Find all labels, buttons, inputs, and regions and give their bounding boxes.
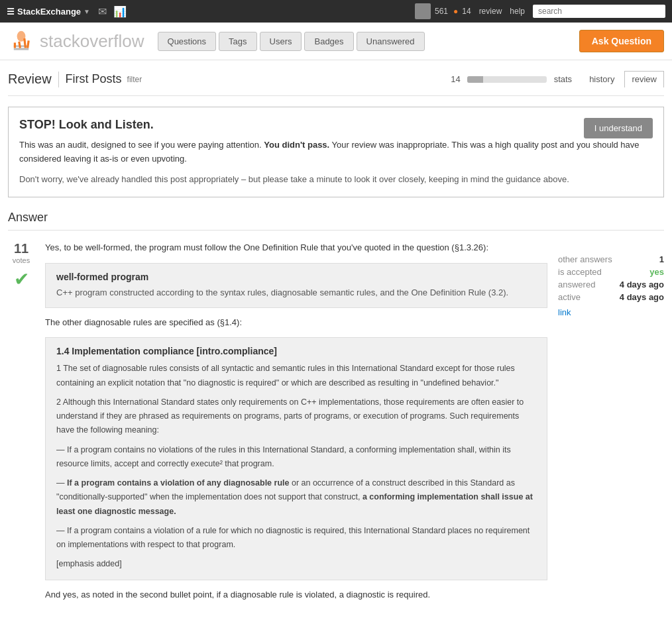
meta-other-answers: other answers 1 [558, 254, 664, 264]
meta-active-label: active [558, 292, 581, 302]
answer-post: 11 votes ✔ Yes, to be well-formed, the p… [8, 241, 547, 609]
inbox-icon[interactable]: ✉ [98, 5, 107, 18]
meta-answered-value: 4 days ago [620, 280, 664, 289]
avatar [415, 3, 431, 19]
audit-main-text: This was an audit, designed to see if yo… [19, 138, 653, 166]
answer-meta: other answers 1 is accepted yes answered… [558, 241, 664, 609]
definition-text: C++ program constructed according to the… [56, 286, 536, 299]
compliance-box: 1.4 Implementation compliance [intro.com… [45, 337, 547, 580]
search-box[interactable] [533, 5, 665, 18]
help-link[interactable]: help [510, 7, 525, 16]
compliance-para-6: [emphasis added] [56, 557, 536, 571]
audit-text-1: This was an audit, designed to see if yo… [19, 140, 262, 150]
definition-box: well-formed program C++ program construc… [45, 263, 547, 308]
meta-answered: answered 4 days ago [558, 280, 664, 289]
progress-bar [467, 76, 547, 83]
nav-questions[interactable]: Questions [158, 32, 217, 51]
compliance-text: 1 The set of diagnosable rules consists … [56, 362, 536, 571]
badge-count: 14 [462, 7, 471, 16]
answer-wrapper: 11 votes ✔ Yes, to be well-formed, the p… [8, 241, 664, 609]
reputation-count: 561 [435, 7, 448, 16]
vote-section: 11 votes ✔ [8, 241, 34, 609]
nav-badges[interactable]: Badges [304, 32, 353, 51]
compliance-para-1: 1 The set of diagnosable rules consists … [56, 362, 536, 390]
tab-stats[interactable]: stats [547, 71, 579, 87]
svg-rect-0 [14, 48, 28, 50]
tab-history[interactable]: history [582, 71, 622, 87]
review-link[interactable]: review [479, 7, 502, 16]
nav-icons: ✉ 📊 [98, 5, 127, 18]
answer-heading: Answer [8, 211, 664, 231]
svg-point-6 [17, 31, 26, 42]
meta-accepted-value: yes [649, 267, 664, 277]
meta-active: active 4 days ago [558, 292, 664, 302]
filter-link[interactable]: filter [127, 75, 142, 84]
review-title: Review [8, 72, 52, 87]
definition-title: well-formed program [56, 272, 536, 282]
review-progress: 14 [451, 74, 546, 84]
meta-accepted-label: is accepted [558, 267, 602, 277]
hamburger-icon: ☰ [7, 7, 15, 17]
compliance-title: 1.4 Implementation compliance [intro.com… [56, 346, 536, 356]
tab-review[interactable]: review [624, 71, 664, 87]
search-input[interactable] [533, 5, 665, 18]
compliance-para-3: — If a program contains no violations of… [56, 443, 536, 472]
review-header: Review First Posts filter 14 stats histo… [8, 71, 664, 96]
logo-text: stackoverflow [40, 31, 144, 52]
answer-intro: Yes, to be well-formed, the program must… [45, 241, 547, 255]
meta-other-answers-value: 1 [659, 254, 664, 264]
ask-question-button[interactable]: Ask Question [579, 30, 664, 52]
svg-line-4 [25, 38, 26, 48]
progress-count: 14 [451, 74, 460, 84]
audit-secondary-text: Don't worry, we've already handled this … [19, 173, 653, 187]
audit-title: STOP! Look and Listen. [19, 118, 653, 132]
nav-unanswered[interactable]: Unanswered [357, 32, 425, 51]
audit-bold-text: You didn't pass. [264, 140, 329, 150]
nav-tags[interactable]: Tags [219, 32, 256, 51]
meta-other-answers-label: other answers [558, 254, 612, 264]
site-logo[interactable]: stackoverflow [8, 28, 144, 54]
understand-button[interactable]: I understand [584, 118, 653, 138]
site-header: stackoverflow Questions Tags Users Badge… [0, 23, 672, 60]
svg-rect-1 [14, 45, 28, 46]
user-info[interactable]: 561 ● 14 [415, 3, 471, 19]
answer-conclusion: And yes, as noted in the second bullet p… [45, 588, 547, 602]
compliance-para-5: — If a program contains a violation of a… [56, 524, 536, 552]
review-tabs: stats history review [547, 71, 664, 87]
answer-left: 11 votes ✔ Yes, to be well-formed, the p… [8, 241, 547, 609]
answer-transition: The other diagnosable rules are specifie… [45, 316, 547, 330]
answer-body: Yes, to be well-formed, the program must… [45, 241, 547, 609]
achievements-icon[interactable]: 📊 [113, 5, 127, 18]
votes-label: votes [13, 256, 30, 264]
audit-box: STOP! Look and Listen. This was an audit… [8, 107, 664, 197]
accepted-checkmark: ✔ [14, 268, 29, 290]
queue-name: First Posts [66, 72, 122, 86]
chevron-down-icon: ▼ [84, 8, 90, 15]
svg-line-3 [19, 42, 21, 48]
brand-logo[interactable]: ☰ StackExchange ▼ [7, 7, 90, 17]
nav-users[interactable]: Users [260, 32, 302, 51]
compliance-para-4: — If a program contains a violation of a… [56, 476, 536, 519]
reputation-dot: ● [453, 7, 458, 16]
meta-answered-label: answered [558, 280, 595, 289]
meta-active-value: 4 days ago [620, 292, 664, 302]
main-navigation: Questions Tags Users Badges Unanswered [158, 32, 425, 51]
top-nav-right: 561 ● 14 review help [415, 3, 665, 19]
main-content: Review First Posts filter 14 stats histo… [0, 60, 672, 621]
separator [58, 72, 59, 87]
vote-count: 11 [14, 241, 28, 256]
meta-is-accepted: is accepted yes [558, 267, 664, 277]
compliance-para-2: 2 Although this International Standard s… [56, 395, 536, 438]
brand-name: StackExchange [17, 7, 81, 17]
progress-bar-fill [467, 76, 483, 83]
top-nav-links: review help [479, 7, 525, 16]
answer-link[interactable]: link [558, 307, 664, 317]
svg-line-5 [28, 40, 29, 48]
top-navigation: ☰ StackExchange ▼ ✉ 📊 561 ● 14 review he… [0, 0, 672, 23]
